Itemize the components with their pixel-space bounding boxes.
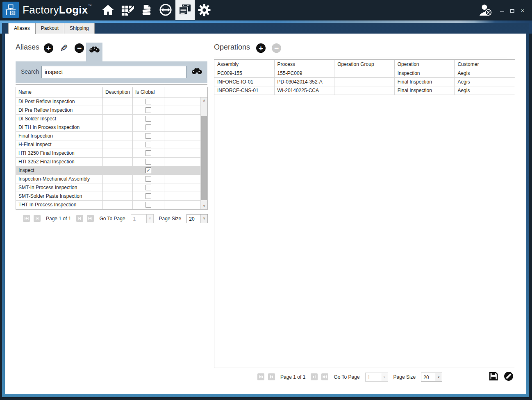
scrollbar-thumb[interactable] — [201, 116, 207, 200]
grid-pencil-icon[interactable] — [118, 0, 137, 20]
scroll-up-icon[interactable]: ∧ — [201, 97, 207, 104]
table-row[interactable]: DI Post Reflow Inspection — [16, 97, 200, 106]
is-global-checkbox[interactable] — [146, 116, 151, 122]
table-row[interactable]: Inspect✓ — [16, 166, 200, 175]
table-row[interactable]: H-Final Inspect — [16, 140, 200, 149]
alias-name-cell: Inspection-Mechanical Assembly — [16, 175, 103, 183]
alias-extra-cell — [164, 123, 200, 131]
operation-operation_group-cell — [334, 78, 395, 86]
vertical-scrollbar[interactable]: ∧ ∨ — [200, 97, 207, 209]
operation-process-cell: WI-20140225-CCA — [275, 86, 335, 95]
table-row[interactable]: Final Inspection — [16, 132, 200, 140]
column-header-operation[interactable]: Operation — [395, 60, 455, 69]
table-row[interactable]: DI Pre Reflow Inspection — [16, 106, 200, 115]
search-input[interactable] — [41, 66, 186, 78]
save-button[interactable] — [489, 371, 498, 381]
table-row[interactable]: HTI 3252 Final Inspection — [16, 158, 200, 166]
document-stack-icon[interactable] — [137, 0, 156, 20]
table-row[interactable]: Inspection-Mechanical Assembly — [16, 175, 200, 183]
column-header-assembly[interactable]: Assembly — [214, 60, 275, 69]
alias-name-cell: HTI 3252 Final Inspection — [16, 158, 103, 166]
maximize-button[interactable] — [509, 7, 515, 13]
go-to-page-select[interactable]: 1 ∨ — [131, 214, 154, 223]
operation-customer-cell: Aegis — [455, 78, 515, 86]
next-page-button[interactable] — [76, 215, 83, 222]
last-page-button[interactable] — [321, 373, 328, 380]
add-operation-button[interactable]: + — [256, 43, 266, 53]
operations-title: Operations — [214, 43, 250, 52]
alias-name-cell: SMT-In Process Inspection — [16, 183, 103, 192]
is-global-checkbox[interactable] — [146, 142, 151, 147]
table-row[interactable]: INFORCE-CNS-01WI-20140225-CCAFinal Inspe… — [214, 86, 515, 95]
is-global-checkbox[interactable]: ✓ — [146, 167, 151, 173]
table-row[interactable]: THT-In Process Inspection — [16, 201, 200, 209]
column-header-description[interactable]: Description — [103, 87, 133, 97]
gear-icon[interactable] — [195, 0, 214, 20]
table-row[interactable]: SMT-In Process Inspection — [16, 183, 200, 192]
table-row[interactable]: PC009-155155-PC009InspectionAegis — [214, 69, 515, 78]
is-global-checkbox[interactable] — [146, 185, 151, 190]
is-global-checkbox[interactable] — [146, 176, 151, 182]
operations-table: Assembly Process Operation Group Operati… — [214, 59, 515, 368]
is-global-checkbox[interactable] — [146, 159, 151, 165]
table-row[interactable]: HTI 3250 Final Inspection — [16, 149, 200, 158]
operation-customer-cell: Aegis — [455, 86, 515, 95]
search-submit-button[interactable] — [191, 68, 202, 76]
table-row[interactable]: SMT-Solder Paste Inspection — [16, 192, 200, 201]
add-alias-button[interactable]: + — [44, 43, 53, 53]
is-global-checkbox[interactable] — [146, 202, 151, 208]
tab-aliases[interactable]: Aliases — [8, 23, 36, 34]
is-global-checkbox[interactable] — [146, 193, 151, 199]
table-row[interactable]: INFORCE-IO-01PD-03042014-352-AFinal Insp… — [214, 78, 515, 86]
documents-icon[interactable] — [175, 0, 195, 20]
alias-description-cell — [103, 183, 133, 192]
next-page-button[interactable] — [311, 373, 318, 380]
is-global-checkbox[interactable] — [146, 124, 151, 130]
close-button[interactable]: × — [520, 7, 525, 13]
prev-page-button[interactable] — [34, 215, 41, 222]
remove-alias-button[interactable]: − — [75, 43, 84, 53]
first-page-button[interactable] — [23, 215, 30, 222]
column-header-extra[interactable] — [164, 87, 207, 97]
window-controls: × — [499, 7, 525, 13]
table-row[interactable]: DI Solder Inspect — [16, 115, 200, 123]
search-panel: Search — [16, 61, 207, 83]
page-size-select[interactable]: 20 ∨ — [186, 214, 208, 223]
is-global-checkbox[interactable] — [146, 107, 151, 113]
alias-extra-cell — [164, 149, 200, 157]
is-global-checkbox[interactable] — [146, 99, 151, 104]
edit-alias-button[interactable]: ✎ — [60, 43, 68, 53]
tab-packout[interactable]: Packout — [35, 23, 64, 34]
tab-shipping[interactable]: Shipping — [64, 23, 95, 34]
page-size-select[interactable]: 20 ∨ — [421, 373, 442, 382]
search-toggle-button[interactable] — [86, 43, 102, 61]
scroll-down-icon[interactable]: ∨ — [201, 203, 207, 209]
operations-pagination: Page 1 of 1 Go To Page 1 ∨ Page Size 20 … — [257, 372, 442, 382]
column-header-customer[interactable]: Customer — [455, 60, 515, 69]
cancel-button[interactable] — [504, 371, 514, 381]
column-header-name[interactable]: Name — [16, 87, 103, 97]
minimize-button[interactable] — [499, 7, 505, 13]
sync-circle-icon[interactable] — [156, 0, 175, 20]
remove-operation-button[interactable]: − — [272, 43, 281, 53]
is-global-checkbox[interactable] — [146, 133, 151, 139]
table-row[interactable]: DI TH In Process Inspection — [16, 123, 200, 132]
alias-isglobal-cell — [133, 140, 164, 149]
is-global-checkbox[interactable] — [146, 150, 151, 156]
alias-name-cell: Inspect — [16, 166, 103, 174]
last-page-button[interactable] — [87, 215, 94, 222]
home-icon[interactable] — [98, 0, 118, 20]
go-to-page-label: Go To Page — [98, 216, 127, 221]
column-header-isglobal[interactable]: Is Global — [133, 87, 164, 97]
search-label: Search — [21, 68, 39, 75]
prev-page-button[interactable] — [268, 373, 275, 380]
titlebar: FactoryLogix™ — [0, 0, 532, 20]
alias-isglobal-cell — [133, 201, 164, 209]
column-header-operation-group[interactable]: Operation Group — [334, 60, 395, 69]
first-page-button[interactable] — [257, 373, 264, 380]
user-logout-icon[interactable] — [478, 3, 493, 18]
alias-isglobal-cell — [133, 175, 164, 183]
operation-process-cell: PD-03042014-352-A — [275, 78, 335, 86]
go-to-page-select[interactable]: 1 ∨ — [365, 373, 388, 382]
column-header-process[interactable]: Process — [275, 60, 335, 69]
